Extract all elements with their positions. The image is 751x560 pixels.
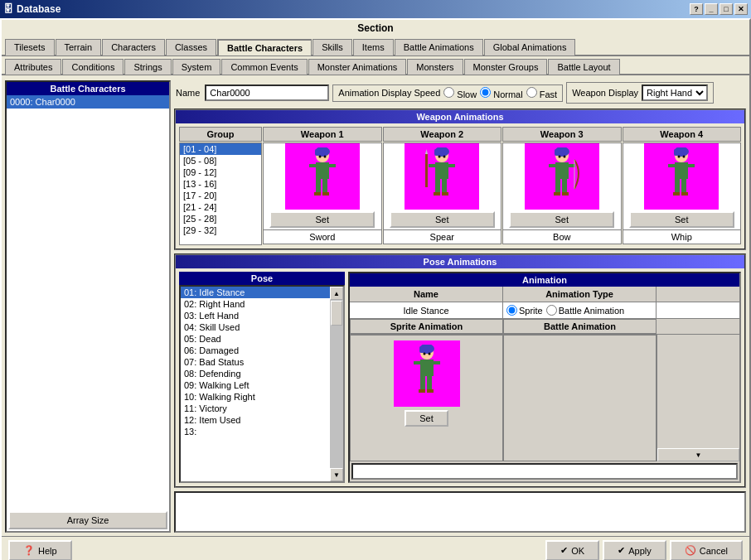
- svg-point-38: [563, 156, 565, 158]
- speed-normal-label[interactable]: Normal: [480, 87, 523, 99]
- svg-rect-18: [425, 154, 428, 187]
- tab-monster-animations[interactable]: Monster Animations: [308, 59, 407, 75]
- svg-rect-44: [688, 164, 695, 167]
- pose-item-04[interactable]: 04: Skill Used: [181, 321, 330, 333]
- help-button[interactable]: ❓ Help: [8, 540, 72, 560]
- group-item-07[interactable]: [25 - 28]: [180, 213, 261, 224]
- svg-rect-36: [562, 192, 569, 196]
- svg-rect-59: [419, 389, 425, 393]
- pose-item-10[interactable]: 10: Walking Right: [181, 391, 330, 403]
- pose-item-08[interactable]: 08: Defending: [181, 368, 330, 379]
- pose-list[interactable]: 01: Idle Stance 02: Right Hand 03: Left …: [181, 287, 343, 481]
- group-item-03[interactable]: [09 - 12]: [180, 167, 261, 178]
- tab-characters[interactable]: Characters: [102, 39, 165, 56]
- pose-item-03[interactable]: 03: Left Hand: [181, 310, 330, 321]
- tab-global-animations[interactable]: Global Animations: [484, 39, 576, 56]
- tab-attributes[interactable]: Attributes: [5, 59, 61, 75]
- svg-rect-53: [419, 346, 424, 353]
- svg-rect-30: [549, 164, 555, 167]
- pose-item-13[interactable]: 13:: [181, 426, 330, 437]
- svg-rect-5: [329, 164, 336, 167]
- minimize-btn[interactable]: _: [705, 3, 718, 15]
- apply-icon: ✔: [618, 545, 625, 556]
- maximize-btn[interactable]: □: [720, 3, 733, 15]
- action-buttons: ✔ OK ✔ Apply 🚫 Cancel: [545, 540, 743, 560]
- battle-anim-radio[interactable]: [546, 305, 557, 316]
- tab-common-events[interactable]: Common Events: [221, 59, 307, 75]
- weapon3-cell: Set Bow: [502, 142, 622, 244]
- pose-item-05[interactable]: 05: Dead: [181, 333, 330, 345]
- pose-item-07[interactable]: 07: Bad Status: [181, 356, 330, 368]
- group-item-06[interactable]: [21 - 24]: [180, 201, 261, 213]
- animation-text-input[interactable]: [351, 463, 738, 480]
- name-input[interactable]: [205, 84, 329, 101]
- app-icon: 🗄: [3, 3, 13, 15]
- speed-slow-radio[interactable]: [443, 87, 454, 98]
- battle-characters-list[interactable]: 0000: Char0000: [7, 95, 169, 509]
- pose-item-06[interactable]: 06: Damaged: [181, 345, 330, 356]
- help-btn[interactable]: ?: [690, 3, 703, 15]
- weapon-display-box: Weapon Display Right Hand Left Hand: [566, 82, 714, 104]
- scroll-down-btn[interactable]: ▼: [330, 468, 343, 481]
- close-btn[interactable]: ✕: [734, 3, 748, 15]
- pose-item-09[interactable]: 09: Walking Left: [181, 379, 330, 391]
- group-item-08[interactable]: [29 - 32]: [180, 224, 261, 236]
- tab-monsters[interactable]: Monsters: [407, 59, 463, 75]
- speed-fast-radio[interactable]: [526, 87, 537, 98]
- weapon1-set-btn[interactable]: Set: [269, 211, 375, 228]
- weapon4-set-btn[interactable]: Set: [629, 211, 734, 228]
- scroll-up-btn[interactable]: ▲: [330, 287, 343, 300]
- tab-classes[interactable]: Classes: [166, 39, 216, 56]
- character-list-item[interactable]: 0000: Char0000: [7, 95, 169, 109]
- tab-tilesets[interactable]: Tilesets: [5, 39, 55, 56]
- tab-skills[interactable]: Skills: [313, 39, 352, 56]
- weapon4-sprite: [644, 143, 719, 210]
- group-item-04[interactable]: [13 - 16]: [180, 178, 261, 190]
- speed-fast-label[interactable]: Fast: [526, 87, 557, 99]
- speed-slow-label[interactable]: Slow: [443, 87, 477, 99]
- right-scroll-down[interactable]: ▼: [657, 448, 739, 461]
- speed-normal-radio[interactable]: [480, 87, 491, 98]
- pose-list-wrapper: 01: Idle Stance 02: Right Hand 03: Left …: [179, 285, 345, 483]
- array-size-button[interactable]: Array Size: [8, 511, 167, 529]
- scroll-thumb[interactable]: [331, 301, 342, 326]
- group-item-02[interactable]: [05 - 08]: [180, 155, 261, 167]
- tab-bar-row1: Tilesets Terrain Characters Classes Batt…: [2, 36, 749, 56]
- svg-rect-17: [448, 164, 455, 167]
- weapon-display-select[interactable]: Right Hand Left Hand: [642, 84, 708, 101]
- sprite-radio-label[interactable]: Sprite: [506, 305, 543, 316]
- svg-rect-58: [427, 376, 432, 391]
- left-panel: Battle Characters 0000: Char0000 Array S…: [5, 80, 171, 533]
- weapon3-set-btn[interactable]: Set: [509, 211, 614, 228]
- help-icon: ❓: [23, 545, 35, 556]
- tab-system[interactable]: System: [172, 59, 221, 75]
- tab-terrain[interactable]: Terrain: [56, 39, 102, 56]
- svg-point-24: [438, 156, 441, 158]
- empty-label-cell: [657, 319, 739, 334]
- right-scrollbar: ▼: [657, 335, 739, 461]
- pose-item-12[interactable]: 12: Item Used: [181, 414, 330, 426]
- cancel-button[interactable]: 🚫 Cancel: [670, 540, 743, 560]
- tab-battle-layout[interactable]: Battle Layout: [548, 59, 619, 75]
- battle-anim-radio-label[interactable]: Battle Animation: [546, 305, 625, 316]
- group-item-05[interactable]: [17 - 20]: [180, 190, 261, 201]
- pose-item-02[interactable]: 02: Right Hand: [181, 298, 330, 310]
- sprite-set-btn[interactable]: Set: [405, 410, 448, 427]
- pose-item-11[interactable]: 11: Victory: [181, 403, 330, 414]
- tab-monster-groups[interactable]: Monster Groups: [464, 59, 548, 75]
- weapon4-header: Weapon 4: [623, 127, 742, 142]
- title-bar: 🗄 Database ? _ □ ✕: [0, 0, 751, 18]
- tab-battle-animations[interactable]: Battle Animations: [395, 39, 483, 56]
- group-item-01[interactable]: [01 - 04]: [180, 143, 261, 155]
- tab-items[interactable]: Items: [353, 39, 394, 56]
- weapon2-set-btn[interactable]: Set: [390, 211, 495, 228]
- tab-battle-characters[interactable]: Battle Characters: [217, 39, 312, 56]
- sprite-radio[interactable]: [506, 305, 517, 316]
- ok-button[interactable]: ✔ OK: [545, 540, 599, 560]
- svg-rect-8: [314, 192, 321, 196]
- tab-strings[interactable]: Strings: [124, 59, 171, 75]
- weapon4-name: Whip: [623, 229, 741, 244]
- pose-item-01[interactable]: 01: Idle Stance: [181, 287, 330, 298]
- apply-button[interactable]: ✔ Apply: [603, 540, 666, 560]
- tab-conditions[interactable]: Conditions: [62, 59, 124, 75]
